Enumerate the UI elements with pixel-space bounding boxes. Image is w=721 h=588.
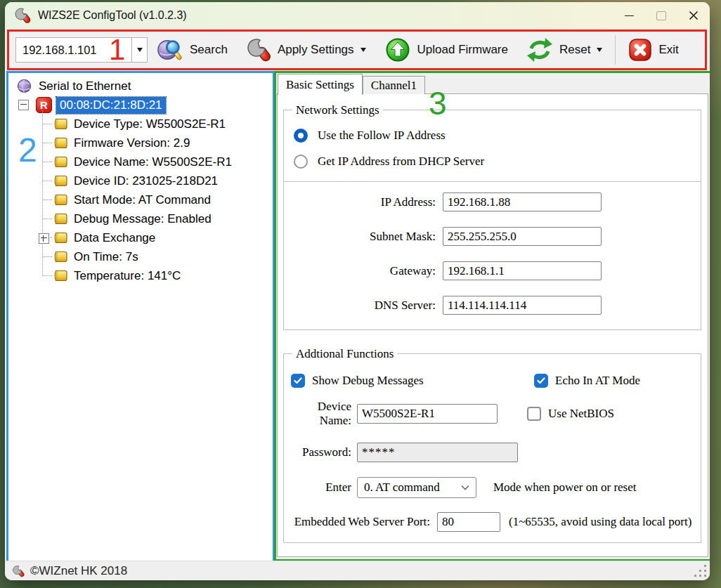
tab-channel1[interactable]: Channel1 bbox=[363, 76, 425, 94]
search-label: Search bbox=[190, 43, 228, 57]
gold-folder-icon bbox=[53, 213, 67, 225]
additional-functions-legend: Addtional Functions bbox=[292, 347, 397, 360]
ip-combobox-value[interactable]: 192.168.1.101 bbox=[15, 37, 132, 63]
tree-item-temperature[interactable]: Temperature: 141°C bbox=[8, 266, 273, 285]
wrench-icon bbox=[14, 7, 31, 24]
enter-mode-label: Enter bbox=[284, 481, 351, 495]
web-server-port-field[interactable] bbox=[437, 512, 500, 532]
password-field[interactable] bbox=[357, 443, 518, 462]
mode-suffix-text: Mode when power on or reset bbox=[493, 481, 636, 495]
globe-icon bbox=[17, 79, 32, 93]
toolbar: 192.168.1.101 1 Search Apply Settings bbox=[7, 30, 707, 70]
upload-firmware-button[interactable]: Upload Firmware bbox=[375, 34, 517, 66]
device-name-label: Device Name: bbox=[284, 400, 351, 428]
tree-item-start-mode[interactable]: Start Mode: AT Command bbox=[8, 190, 273, 209]
ip-address-field[interactable] bbox=[443, 192, 602, 211]
apply-settings-button[interactable]: Apply Settings bbox=[237, 34, 375, 66]
tree-root-label[interactable]: Serial to Ethernet bbox=[39, 79, 131, 93]
tree-item-label[interactable]: Device Type: W5500S2E-R1 bbox=[74, 117, 226, 131]
chevron-down-icon bbox=[360, 48, 366, 52]
radio-use-follow-ip[interactable] bbox=[294, 129, 308, 143]
radio-dhcp[interactable] bbox=[294, 155, 308, 169]
green-recycle-icon bbox=[526, 37, 553, 63]
show-debug-checkbox[interactable] bbox=[291, 374, 305, 388]
device-tree: Serial to Ethernet R 00:08:DC:21:8D:21 D… bbox=[8, 73, 273, 566]
gold-folder-icon bbox=[53, 118, 67, 130]
tree-item-label[interactable]: Device ID: 231025-218D21 bbox=[74, 174, 218, 188]
minimize-button[interactable] bbox=[613, 2, 645, 29]
status-bar: ©WIZnet HK 2018 bbox=[5, 561, 710, 580]
reset-button[interactable]: Reset bbox=[517, 34, 611, 66]
use-netbios-checkbox[interactable] bbox=[527, 407, 541, 421]
gold-folder-icon bbox=[53, 137, 67, 149]
gold-folder-icon bbox=[53, 194, 67, 206]
gold-folder-icon bbox=[53, 175, 67, 187]
gold-folder-icon bbox=[53, 251, 67, 263]
expand-expander-icon[interactable] bbox=[39, 233, 49, 244]
gateway-field[interactable] bbox=[443, 261, 602, 280]
boot-mode-select[interactable]: 0. AT command bbox=[357, 477, 476, 498]
tree-item-device-id[interactable]: Device ID: 231025-218D21 bbox=[8, 171, 273, 190]
toolbar-separator bbox=[615, 35, 616, 65]
close-icon bbox=[689, 11, 699, 20]
close-button[interactable] bbox=[677, 2, 710, 29]
reset-label: Reset bbox=[559, 43, 590, 57]
dns-server-field[interactable] bbox=[443, 296, 602, 315]
app-window: WIZS2E ConfigTool (v1.0.2.3) 192.168.1.1… bbox=[5, 2, 710, 580]
boot-mode-value: 0. AT command bbox=[364, 481, 440, 495]
chevron-down-icon bbox=[461, 485, 469, 490]
red-x-icon bbox=[628, 38, 652, 62]
subnet-mask-field[interactable] bbox=[443, 227, 602, 246]
dns-server-label: DNS Server: bbox=[284, 299, 436, 313]
collapse-expander-icon[interactable] bbox=[18, 100, 29, 110]
tree-item-debug-message[interactable]: Debug Message: Enabled bbox=[8, 209, 273, 228]
tree-device-row[interactable]: R 00:08:DC:21:8D:21 bbox=[8, 96, 273, 115]
resize-grip[interactable] bbox=[704, 575, 706, 577]
radio-dhcp-label: Get IP Address from DHCP Server bbox=[318, 155, 484, 169]
tree-item-data-exchange[interactable]: Data Exchange bbox=[8, 228, 273, 247]
device-name-field[interactable] bbox=[357, 404, 498, 424]
title-bar: WIZS2E ConfigTool (v1.0.2.3) bbox=[5, 2, 710, 29]
tree-item-label[interactable]: Debug Message: Enabled bbox=[74, 212, 212, 226]
check-icon bbox=[294, 377, 302, 384]
password-label: Password: bbox=[284, 445, 351, 459]
exit-label: Exit bbox=[658, 43, 678, 57]
chevron-down-icon bbox=[137, 48, 143, 52]
tree-device-label-selected[interactable]: 00:08:DC:21:8D:21 bbox=[56, 97, 166, 114]
copyright-text: ©WIZnet HK 2018 bbox=[30, 564, 127, 578]
wrench-icon bbox=[246, 37, 271, 63]
tree-root-row[interactable]: Serial to Ethernet bbox=[8, 77, 273, 96]
radio-use-follow-ip-label: Use the Follow IP Address bbox=[318, 129, 446, 143]
gold-folder-icon bbox=[53, 232, 67, 244]
tree-item-firmware-version[interactable]: Firmware Version: 2.9 bbox=[8, 133, 273, 152]
maximize-button[interactable] bbox=[645, 2, 677, 29]
tree-item-label[interactable]: Data Exchange bbox=[74, 231, 155, 245]
tab-basic-settings[interactable]: Basic Settings bbox=[278, 74, 363, 95]
settings-panel: Basic Settings Channel1 3 Network Settin… bbox=[274, 71, 710, 561]
ip-combobox-dropdown-button[interactable] bbox=[132, 37, 148, 63]
chevron-down-icon bbox=[597, 48, 602, 52]
tree-item-device-name[interactable]: Device Name: W5500S2E-R1 bbox=[8, 152, 273, 171]
tree-item-label[interactable]: Firmware Version: 2.9 bbox=[74, 136, 190, 150]
r-badge-icon: R bbox=[36, 97, 52, 113]
tree-item-label[interactable]: Temperature: 141°C bbox=[74, 269, 181, 283]
port-hint-text: (1~65535, avoid using data local port) bbox=[509, 515, 691, 529]
web-server-port-label: Embedded Web Server Port: bbox=[285, 515, 430, 529]
tree-item-on-time[interactable]: On Time: 7s bbox=[8, 247, 273, 266]
tree-item-label[interactable]: On Time: 7s bbox=[74, 250, 138, 264]
tree-item-device-type[interactable]: Device Type: W5500S2E-R1 bbox=[8, 115, 273, 133]
additional-functions-group: Addtional Functions Show Debug Messages … bbox=[283, 353, 701, 543]
tree-item-label[interactable]: Start Mode: AT Command bbox=[74, 193, 211, 207]
echo-at-mode-checkbox[interactable] bbox=[534, 374, 548, 388]
search-button[interactable]: Search bbox=[148, 34, 237, 66]
basic-settings-page: Network Settings Use the Follow IP Addre… bbox=[277, 93, 708, 557]
network-settings-group: Network Settings Use the Follow IP Addre… bbox=[283, 110, 701, 330]
tree-item-label[interactable]: Device Name: W5500S2E-R1 bbox=[74, 155, 232, 169]
subnet-mask-label: Subnet Mask: bbox=[284, 230, 436, 244]
ip-address-label: IP Address: bbox=[284, 195, 436, 209]
window-title: WIZS2E ConfigTool (v1.0.2.3) bbox=[38, 9, 187, 22]
device-tree-panel: Serial to Ethernet R 00:08:DC:21:8D:21 D… bbox=[6, 71, 275, 566]
exit-button[interactable]: Exit bbox=[619, 34, 687, 66]
upload-firmware-label: Upload Firmware bbox=[417, 43, 508, 57]
apply-settings-label: Apply Settings bbox=[278, 43, 354, 57]
